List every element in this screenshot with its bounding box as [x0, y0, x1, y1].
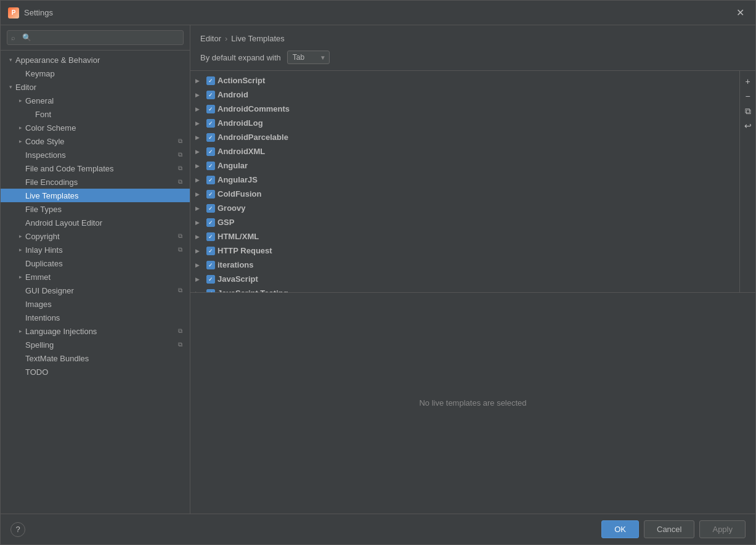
sidebar-item-keymap[interactable]: Keymap	[1, 67, 190, 80]
sidebar-item-inspections[interactable]: Inspections⧉	[1, 148, 190, 162]
expand-dropdown[interactable]: Tab Enter Space	[287, 51, 330, 64]
group-checkbox[interactable]	[206, 76, 215, 85]
arrow-icon: ▸	[15, 96, 25, 105]
arrow-icon	[15, 204, 25, 214]
group-checkbox[interactable]	[206, 176, 215, 184]
arrow-icon: ▾	[6, 55, 15, 65]
copy-icon: ⧉	[175, 231, 185, 241]
template-group-angular[interactable]: ▶Angular	[190, 158, 739, 173]
sidebar-item-language-injections[interactable]: ▸Language Injections⧉	[1, 324, 190, 338]
sidebar-item-android-layout-editor[interactable]: Android Layout Editor	[1, 216, 190, 229]
search-input[interactable]	[7, 30, 184, 45]
sidebar-item-todo[interactable]: TODO	[1, 365, 190, 379]
template-group-http-request[interactable]: ▶HTTP Request	[190, 244, 739, 258]
help-button[interactable]: ?	[10, 522, 25, 537]
group-name: Angular	[217, 161, 248, 170]
sidebar-item-label: Code Style	[25, 137, 173, 146]
sidebar-item-color-scheme[interactable]: ▸Color Scheme	[1, 121, 190, 134]
settings-dialog: P Settings ✕ ⌕ ▾Appearance & BehaviorKey…	[0, 0, 756, 545]
sidebar-item-label: File and Code Templates	[25, 164, 173, 173]
template-group-javascript[interactable]: ▶JavaScript	[190, 272, 739, 286]
sidebar-item-label: Copyright	[25, 232, 173, 241]
sidebar-item-label: Appearance & Behavior	[15, 55, 185, 65]
dialog-title: Settings	[24, 8, 53, 17]
copy-template-button[interactable]: ⧉	[741, 104, 755, 118]
template-group-androidxml[interactable]: ▶AndroidXML	[190, 144, 739, 158]
template-group-androidlog[interactable]: ▶AndroidLog	[190, 116, 739, 130]
group-name: AndroidComments	[217, 104, 290, 113]
template-group-androidparcelable[interactable]: ▶AndroidParcelable	[190, 130, 739, 144]
group-arrow-icon: ▶	[195, 276, 204, 282]
dialog-footer: ? OK Cancel Apply	[1, 514, 755, 544]
sidebar-item-label: Inlay Hints	[25, 245, 173, 255]
search-box: ⌕	[1, 25, 190, 51]
undo-template-button[interactable]: ↩	[741, 119, 755, 133]
ok-button[interactable]: OK	[601, 520, 639, 538]
sidebar-item-duplicates[interactable]: Duplicates	[1, 256, 190, 270]
group-name: Groovy	[217, 203, 246, 213]
template-group-angularjs[interactable]: ▶AngularJS	[190, 173, 739, 187]
footer-right: OK Cancel Apply	[601, 520, 746, 538]
group-name: GSP	[217, 218, 234, 227]
copy-icon: ⧉	[175, 340, 185, 350]
template-group-actionscript[interactable]: ▶ActionScript	[190, 73, 739, 88]
sidebar-item-label: Font	[35, 110, 185, 119]
close-button[interactable]: ✕	[733, 6, 748, 20]
group-checkbox[interactable]	[206, 105, 215, 113]
expand-row: By default expand with Tab Enter Space ▼	[200, 51, 746, 64]
sidebar-item-gui-designer[interactable]: GUI Designer⧉	[1, 284, 190, 297]
template-group-javascript-testing[interactable]: ▶JavaScript Testing	[190, 286, 739, 292]
sidebar-item-editor[interactable]: ▾Editor	[1, 80, 190, 94]
template-group-gsp[interactable]: ▶GSP	[190, 215, 739, 229]
group-checkbox[interactable]	[206, 190, 215, 199]
sidebar-item-general[interactable]: ▸General	[1, 94, 190, 107]
group-name: ColdFusion	[217, 189, 262, 199]
arrow-icon	[15, 218, 25, 227]
group-checkbox[interactable]	[206, 218, 215, 227]
sidebar-item-file-encodings[interactable]: File Encodings⧉	[1, 175, 190, 189]
sidebar-item-label: Inspections	[25, 150, 173, 160]
sidebar-item-copyright[interactable]: ▸Copyright⧉	[1, 229, 190, 243]
group-checkbox[interactable]	[206, 204, 215, 213]
sidebar-item-textmate-bundles[interactable]: TextMate Bundles	[1, 351, 190, 365]
template-group-android[interactable]: ▶Android	[190, 88, 739, 102]
sidebar-item-file-code-templates[interactable]: File and Code Templates⧉	[1, 162, 190, 175]
app-icon: P	[8, 7, 19, 18]
dialog-body: ⌕ ▾Appearance & BehaviorKeymap▾Editor▸Ge…	[1, 25, 755, 514]
sidebar-item-emmet[interactable]: ▸Emmet	[1, 270, 190, 284]
sidebar-item-appearance[interactable]: ▾Appearance & Behavior	[1, 53, 190, 67]
sidebar-item-code-style[interactable]: ▸Code Style⧉	[1, 134, 190, 148]
group-checkbox[interactable]	[206, 232, 215, 241]
remove-template-button[interactable]: −	[741, 89, 755, 103]
template-group-androidcomments[interactable]: ▶AndroidComments	[190, 102, 739, 116]
sidebar-item-font[interactable]: Font	[1, 107, 190, 121]
cancel-button[interactable]: Cancel	[644, 520, 694, 538]
group-name: AndroidXML	[217, 147, 265, 156]
group-name: AndroidParcelable	[217, 133, 288, 142]
group-name: HTML/XML	[217, 232, 259, 241]
group-checkbox[interactable]	[206, 261, 215, 269]
group-checkbox[interactable]	[206, 147, 215, 156]
sidebar-item-inlay-hints[interactable]: ▸Inlay Hints⧉	[1, 243, 190, 256]
group-checkbox[interactable]	[206, 247, 215, 255]
sidebar-item-intentions[interactable]: Intentions	[1, 311, 190, 324]
arrow-icon	[15, 367, 25, 377]
template-group-groovy[interactable]: ▶Groovy	[190, 201, 739, 215]
copy-icon: ⧉	[175, 136, 185, 146]
sidebar-item-live-templates[interactable]: Live Templates	[1, 189, 190, 202]
sidebar-item-file-types[interactable]: File Types	[1, 202, 190, 216]
sidebar-item-images[interactable]: Images	[1, 297, 190, 311]
template-group-coldfusion[interactable]: ▶ColdFusion	[190, 187, 739, 201]
sidebar-item-spelling[interactable]: Spelling⧉	[1, 338, 190, 351]
apply-button[interactable]: Apply	[699, 520, 746, 538]
group-checkbox[interactable]	[206, 162, 215, 170]
sidebar-item-label: TextMate Bundles	[25, 354, 185, 363]
group-checkbox[interactable]	[206, 91, 215, 99]
group-checkbox[interactable]	[206, 119, 215, 128]
template-group-html-xml[interactable]: ▶HTML/XML	[190, 229, 739, 244]
search-wrapper: ⌕	[7, 30, 184, 45]
add-template-button[interactable]: +	[741, 75, 755, 88]
group-checkbox[interactable]	[206, 133, 215, 142]
group-checkbox[interactable]	[206, 275, 215, 284]
template-group-iterations[interactable]: ▶iterations	[190, 258, 739, 272]
